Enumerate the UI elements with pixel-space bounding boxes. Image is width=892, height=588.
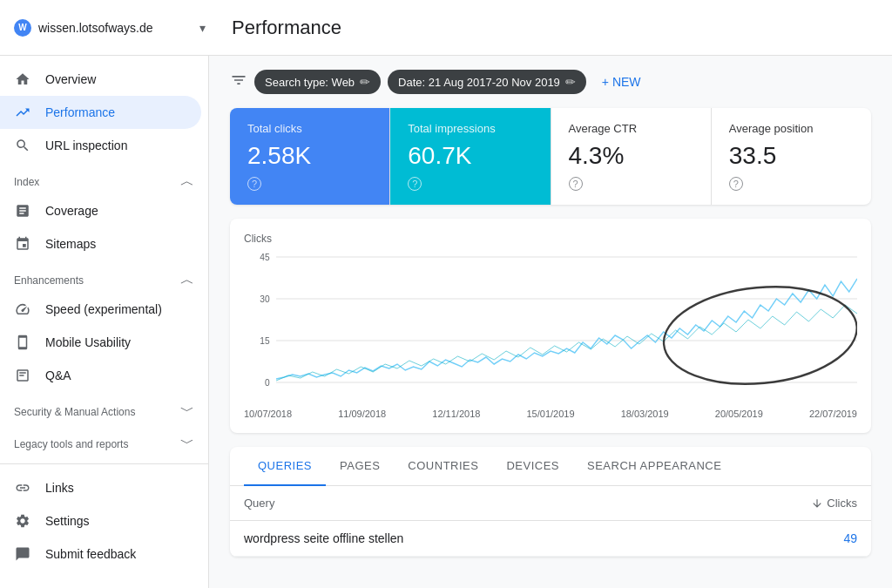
metric-ctr-value: 4.3% xyxy=(569,142,693,170)
section-security-chevron[interactable]: ﹀ xyxy=(180,402,194,421)
section-index-chevron[interactable]: ︿ xyxy=(180,172,194,191)
section-enhancements-label: Enhancements xyxy=(14,274,84,287)
clicks-column-label: Clicks xyxy=(827,497,857,510)
x-label-5: 20/05/2019 xyxy=(715,409,763,419)
metric-clicks-help[interactable]: ? xyxy=(247,177,261,191)
metric-position-help[interactable]: ? xyxy=(729,177,743,191)
x-label-2: 12/11/2018 xyxy=(432,409,480,419)
links-icon xyxy=(14,480,31,496)
sidebar-label-feedback: Submit feedback xyxy=(45,547,136,561)
chart-svg: 45 30 15 0 xyxy=(244,248,857,405)
tabs-header: QUERIES PAGES COUNTRIES DEVICES SEARCH A… xyxy=(230,447,871,486)
x-label-0: 10/07/2018 xyxy=(244,409,292,419)
tab-countries[interactable]: COUNTRIES xyxy=(394,447,492,486)
sidebar-section-enhancements: Enhancements ︿ xyxy=(0,264,208,293)
sort-icon xyxy=(811,497,823,510)
section-legacy-chevron[interactable]: ﹀ xyxy=(180,435,194,453)
add-new-button[interactable]: + NEW xyxy=(593,70,650,94)
settings-icon xyxy=(14,513,31,529)
metric-avg-ctr: Average CTR 4.3% ? xyxy=(551,108,712,205)
metric-ctr-label: Average CTR xyxy=(569,122,693,135)
site-selector[interactable]: W wissen.lotsofways.de ▾ xyxy=(14,19,214,37)
tab-pages[interactable]: PAGES xyxy=(326,447,394,486)
tab-search-appearance[interactable]: SEARCH APPEARANCE xyxy=(573,447,735,486)
chart-x-labels: 10/07/2018 11/09/2018 12/11/2018 15/01/2… xyxy=(244,409,857,419)
sidebar-label-performance: Performance xyxy=(45,105,115,119)
svg-text:45: 45 xyxy=(260,252,269,262)
metric-position-value: 33.5 xyxy=(729,142,854,170)
column-clicks[interactable]: Clicks xyxy=(811,497,857,510)
sidebar-section-legacy: Legacy tools and reports ﹀ xyxy=(0,428,208,456)
search-type-chip[interactable]: Search type: Web ✏ xyxy=(254,70,381,94)
sidebar-item-speed[interactable]: Speed (experimental) xyxy=(0,293,201,326)
home-icon xyxy=(14,71,31,87)
svg-point-8 xyxy=(660,279,857,392)
section-index-label: Index xyxy=(14,176,39,188)
sidebar-item-sitemaps[interactable]: Sitemaps xyxy=(0,227,201,260)
page-title: Performance xyxy=(214,17,878,39)
sidebar: Overview Performance URL inspection Inde… xyxy=(0,56,209,588)
row-clicks: 49 xyxy=(843,531,857,545)
metric-total-impressions: Total impressions 60.7K ? xyxy=(390,108,551,205)
x-label-4: 18/03/2019 xyxy=(621,409,669,419)
section-security-label: Security & Manual Actions xyxy=(14,406,135,418)
sidebar-item-settings[interactable]: Settings xyxy=(0,504,201,537)
date-label: Date: 21 Aug 2017-20 Nov 2019 xyxy=(398,76,560,89)
metric-clicks-label: Total clicks xyxy=(247,122,372,135)
search-icon xyxy=(14,138,31,153)
row-query: wordpress seite offline stellen xyxy=(244,531,403,545)
sidebar-item-performance[interactable]: Performance xyxy=(0,96,201,129)
metric-ctr-help[interactable]: ? xyxy=(569,177,583,191)
feedback-icon xyxy=(14,546,31,562)
metric-position-label: Average position xyxy=(729,122,854,135)
sidebar-label-qa: Q&A xyxy=(45,368,71,382)
sidebar-label-links: Links xyxy=(45,481,74,495)
sidebar-item-mobile-usability[interactable]: Mobile Usability xyxy=(0,326,201,359)
tab-devices[interactable]: DEVICES xyxy=(492,447,573,486)
filter-bar: Search type: Web ✏ Date: 21 Aug 2017-20 … xyxy=(230,70,871,94)
tabs-container: QUERIES PAGES COUNTRIES DEVICES SEARCH A… xyxy=(230,447,871,557)
site-name: wissen.lotsofways.de xyxy=(38,21,193,35)
table-row[interactable]: wordpress seite offline stellen 49 xyxy=(230,521,871,557)
metrics-row: Total clicks 2.58K ? Total impressions 6… xyxy=(230,108,871,205)
article-icon xyxy=(14,203,31,219)
sidebar-item-overview[interactable]: Overview xyxy=(0,63,201,96)
sidebar-item-qa[interactable]: Q&A xyxy=(0,359,201,392)
content-area: Search type: Web ✏ Date: 21 Aug 2017-20 … xyxy=(209,56,892,588)
sidebar-label-overview: Overview xyxy=(45,72,96,86)
sidebar-section-security: Security & Manual Actions ﹀ xyxy=(0,395,208,424)
sidebar-item-feedback[interactable]: Submit feedback xyxy=(0,537,201,571)
metric-avg-position: Average position 33.5 ? xyxy=(712,108,871,205)
svg-text:0: 0 xyxy=(265,377,270,388)
column-query[interactable]: Query xyxy=(244,497,274,510)
metric-impressions-value: 60.7K xyxy=(408,142,532,170)
sidebar-item-links[interactable]: Links xyxy=(0,471,201,504)
sidebar-label-settings: Settings xyxy=(45,514,90,528)
chart-container: Clicks 45 30 15 0 xyxy=(230,219,871,433)
search-type-edit-icon: ✏ xyxy=(360,75,370,89)
site-dropdown-chevron[interactable]: ▾ xyxy=(199,21,206,35)
sidebar-label-sitemaps: Sitemaps xyxy=(45,237,96,251)
x-label-1: 11/09/2018 xyxy=(338,409,386,419)
add-new-label: + NEW xyxy=(602,75,641,89)
section-enhancements-chevron[interactable]: ︿ xyxy=(180,271,194,289)
trending-up-icon xyxy=(14,105,31,120)
sidebar-item-coverage[interactable]: Coverage xyxy=(0,194,201,227)
tab-queries[interactable]: QUERIES xyxy=(244,447,326,486)
chart-area: 45 30 15 0 xyxy=(244,248,857,405)
top-bar: W wissen.lotsofways.de ▾ Performance xyxy=(0,0,892,56)
qa-icon xyxy=(14,368,31,383)
svg-text:30: 30 xyxy=(260,294,269,304)
svg-text:15: 15 xyxy=(260,335,269,346)
mobile-icon xyxy=(14,335,31,350)
sidebar-item-url-inspection[interactable]: URL inspection xyxy=(0,129,201,162)
date-chip[interactable]: Date: 21 Aug 2017-20 Nov 2019 ✏ xyxy=(388,70,586,94)
sidebar-label-mobile-usability: Mobile Usability xyxy=(45,335,131,349)
sidebar-label-speed: Speed (experimental) xyxy=(45,302,162,316)
metric-clicks-value: 2.58K xyxy=(247,142,372,170)
filter-icon[interactable] xyxy=(230,71,247,93)
site-icon: W xyxy=(14,19,31,37)
metric-impressions-help[interactable]: ? xyxy=(408,177,422,191)
section-legacy-label: Legacy tools and reports xyxy=(14,438,128,450)
search-type-label: Search type: Web xyxy=(265,76,355,89)
